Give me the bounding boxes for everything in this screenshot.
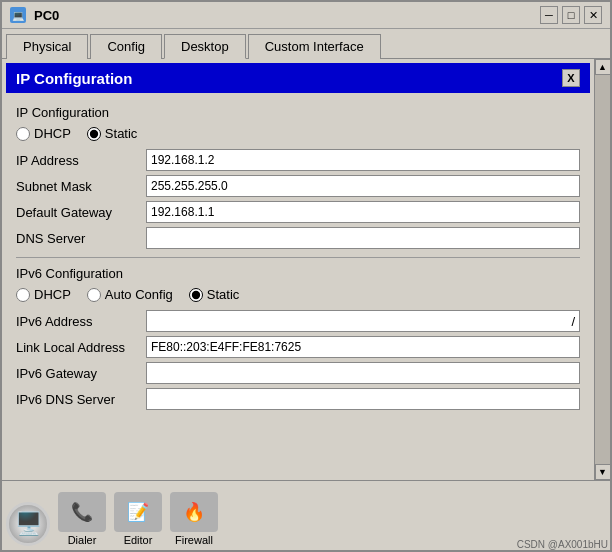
content-area: IP Configuration X IP Configuration DHCP: [2, 58, 610, 480]
ip-address-input[interactable]: [146, 149, 580, 171]
ipv6-mode-row: DHCP Auto Config Static: [16, 287, 580, 302]
pc-icon-image: 🖥️: [6, 502, 50, 546]
ipv6-static-radio[interactable]: [189, 288, 203, 302]
subnet-mask-input[interactable]: [146, 175, 580, 197]
editor-icon: 📝: [114, 492, 162, 532]
dns-server-input[interactable]: [146, 227, 580, 249]
default-gateway-label: Default Gateway: [16, 205, 146, 220]
ipv4-section-title: IP Configuration: [16, 105, 580, 120]
main-window: 💻 PC0 ─ □ ✕ Physical Config Desktop Cust…: [0, 0, 612, 552]
ip-config-header: IP Configuration X: [6, 63, 590, 93]
subnet-mask-row: Subnet Mask: [16, 175, 580, 197]
ipv6-address-row: IPv6 Address /: [16, 310, 580, 332]
ip-config-body: IP Configuration DHCP Static: [6, 93, 590, 422]
dns-server-label: DNS Server: [16, 231, 146, 246]
watermark: CSDN @AX001bHU: [517, 539, 608, 550]
ip-address-row: IP Address: [16, 149, 580, 171]
ipv6-address-input[interactable]: [146, 310, 567, 332]
dialer-label: Dialer: [68, 534, 97, 546]
default-gateway-row: Default Gateway: [16, 201, 580, 223]
dialer-icon: 📞: [58, 492, 106, 532]
maximize-button[interactable]: □: [562, 6, 580, 24]
section-divider: [16, 257, 580, 258]
minimize-button[interactable]: ─: [540, 6, 558, 24]
tab-physical[interactable]: Physical: [6, 34, 88, 59]
ipv6-gateway-row: IPv6 Gateway: [16, 362, 580, 384]
scroll-up-button[interactable]: ▲: [595, 59, 611, 75]
ipv6-dhcp-radio[interactable]: [16, 288, 30, 302]
ipv6-dns-label: IPv6 DNS Server: [16, 392, 146, 407]
ipv6-dns-input[interactable]: [146, 388, 580, 410]
ipv6-section-title: IPv6 Configuration: [16, 266, 580, 281]
dhcp-radio[interactable]: [16, 127, 30, 141]
ipv4-mode-row: DHCP Static: [16, 126, 580, 141]
dns-server-row: DNS Server: [16, 227, 580, 249]
editor-label: Editor: [124, 534, 153, 546]
ipv6-address-label: IPv6 Address: [16, 314, 146, 329]
ipv6-auto-label[interactable]: Auto Config: [87, 287, 173, 302]
scroll-down-button[interactable]: ▼: [595, 464, 611, 480]
ip-config-close-button[interactable]: X: [562, 69, 580, 87]
dhcp-radio-label[interactable]: DHCP: [16, 126, 71, 141]
ip-address-label: IP Address: [16, 153, 146, 168]
ipv6-gateway-input[interactable]: [146, 362, 580, 384]
link-local-input[interactable]: [146, 336, 580, 358]
ipv6-dns-row: IPv6 DNS Server: [16, 388, 580, 410]
ipv6-prefix-separator: /: [567, 310, 580, 332]
tab-desktop[interactable]: Desktop: [164, 34, 246, 59]
tab-custom-interface[interactable]: Custom Interface: [248, 34, 381, 59]
ipv6-static-label[interactable]: Static: [189, 287, 240, 302]
tab-config[interactable]: Config: [90, 34, 162, 59]
scrollbar-track[interactable]: [595, 75, 610, 464]
firewall-label: Firewall: [175, 534, 213, 546]
title-bar-controls: ─ □ ✕: [540, 6, 602, 24]
subnet-mask-label: Subnet Mask: [16, 179, 146, 194]
firewall-icon: 🔥: [170, 492, 218, 532]
link-local-row: Link Local Address: [16, 336, 580, 358]
window-close-button[interactable]: ✕: [584, 6, 602, 24]
static-radio[interactable]: [87, 127, 101, 141]
scrollbar[interactable]: ▲ ▼: [594, 59, 610, 480]
window-title: PC0: [34, 8, 532, 23]
ipv6-gateway-label: IPv6 Gateway: [16, 366, 146, 381]
editor-item[interactable]: 📝 Editor: [114, 492, 162, 546]
ipv6-address-container: /: [146, 310, 580, 332]
window-icon: 💻: [10, 7, 26, 23]
ipv6-dhcp-label[interactable]: DHCP: [16, 287, 71, 302]
tab-bar: Physical Config Desktop Custom Interface: [2, 29, 610, 58]
link-local-label: Link Local Address: [16, 340, 146, 355]
firewall-item[interactable]: 🔥 Firewall: [170, 492, 218, 546]
ipv6-auto-radio[interactable]: [87, 288, 101, 302]
title-bar: 💻 PC0 ─ □ ✕: [2, 2, 610, 29]
ip-config-title: IP Configuration: [16, 70, 132, 87]
main-panel: IP Configuration X IP Configuration DHCP: [2, 59, 594, 480]
static-radio-label[interactable]: Static: [87, 126, 138, 141]
pc-icon-item[interactable]: 🖥️: [6, 502, 50, 546]
default-gateway-input[interactable]: [146, 201, 580, 223]
ip-config-panel: IP Configuration X IP Configuration DHCP: [6, 63, 590, 422]
dialer-item[interactable]: 📞 Dialer: [58, 492, 106, 546]
